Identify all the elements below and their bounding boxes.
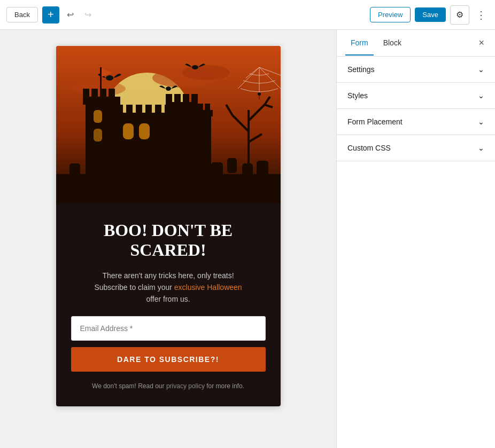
toolbar: Back + ↩ ↪ Preview Save ⚙ ⋮ [0, 0, 495, 30]
form-body: BOO! DON'T BE SCARED! There aren't any t… [56, 203, 281, 406]
privacy-policy-link[interactable]: privacy policy [166, 382, 205, 390]
toolbar-right: Preview Save ⚙ ⋮ [370, 5, 489, 25]
svg-point-5 [106, 75, 113, 81]
svg-rect-20 [126, 105, 133, 114]
svg-rect-29 [168, 105, 195, 185]
footer-text: We don't spam! Read our privacy policy f… [71, 381, 266, 391]
styles-chevron-icon: ⌄ [478, 91, 484, 100]
svg-rect-12 [100, 89, 106, 98]
custom-css-label: Custom CSS [347, 144, 391, 152]
form-desc-text2: Subscribe to claim your [94, 283, 172, 292]
svg-rect-13 [109, 89, 115, 98]
form-placement-label: Form Placement [347, 117, 403, 126]
svg-rect-42 [86, 161, 95, 176]
undo-button[interactable]: ↩ [64, 6, 77, 23]
panel-section-custom-css: Custom CSS ⌄ [337, 135, 495, 161]
undo-icon: ↩ [67, 10, 74, 20]
settings-label: Settings [347, 65, 375, 74]
right-panel: Form Block × Settings ⌄ Styles ⌄ Form Pl… [336, 30, 495, 448]
custom-css-section-header[interactable]: Custom CSS ⌄ [337, 135, 495, 161]
dots-icon: ⋮ [476, 9, 486, 21]
svg-rect-50 [212, 169, 219, 171]
svg-rect-41 [69, 163, 80, 179]
svg-point-7 [166, 87, 171, 91]
svg-rect-31 [166, 94, 172, 104]
plus-icon: + [48, 9, 54, 21]
svg-rect-14 [100, 67, 102, 90]
svg-rect-37 [191, 104, 196, 111]
form-description: There aren't any tricks here, only treat… [71, 270, 266, 305]
custom-css-chevron-icon: ⌄ [478, 144, 484, 152]
back-button[interactable]: Back [6, 7, 38, 22]
svg-rect-26 [139, 123, 150, 139]
main-area: BOO! DON'T BE SCARED! There aren't any t… [0, 30, 495, 448]
highlight-link[interactable]: exclusive Halloween [174, 283, 242, 292]
svg-rect-21 [136, 105, 142, 114]
svg-rect-38 [198, 104, 203, 111]
tab-block[interactable]: Block [378, 31, 407, 56]
svg-rect-28 [94, 129, 102, 142]
svg-rect-18 [107, 105, 113, 114]
redo-button[interactable]: ↪ [81, 6, 95, 23]
svg-rect-40 [56, 174, 281, 203]
panel-section-styles: Styles ⌄ [337, 83, 495, 109]
form-image [56, 46, 281, 203]
email-input[interactable] [71, 316, 266, 341]
svg-rect-39 [205, 104, 210, 111]
form-headline: BOO! DON'T BE SCARED! [71, 221, 266, 260]
svg-rect-32 [174, 94, 181, 104]
panel-close-button[interactable]: × [476, 35, 486, 51]
svg-rect-25 [123, 123, 134, 139]
form-card: BOO! DON'T BE SCARED! There aren't any t… [56, 46, 281, 406]
preview-button[interactable]: Preview [370, 7, 411, 22]
subscribe-button[interactable]: DARE TO SUBSCRIBE?! [71, 347, 266, 372]
form-desc-text3: offer from us. [146, 295, 190, 303]
svg-rect-52 [229, 164, 236, 167]
svg-point-6 [192, 65, 198, 69]
form-placement-chevron-icon: ⌄ [478, 117, 484, 126]
settings-section-header[interactable]: Settings ⌄ [337, 57, 495, 82]
gear-icon: ⚙ [456, 10, 463, 20]
save-button[interactable]: Save [415, 7, 446, 22]
svg-rect-23 [155, 105, 161, 114]
form-desc-text1: There aren't any tricks here, only treat… [102, 271, 234, 280]
svg-rect-33 [183, 94, 189, 104]
svg-rect-10 [83, 89, 89, 98]
footer-text2: for more info. [206, 382, 244, 390]
more-options-button[interactable]: ⋮ [474, 6, 489, 23]
svg-rect-35 [192, 113, 211, 185]
panel-section-form-placement: Form Placement ⌄ [337, 109, 495, 135]
form-placement-section-header[interactable]: Form Placement ⌄ [337, 109, 495, 135]
redo-icon: ↪ [84, 10, 91, 20]
styles-section-header[interactable]: Styles ⌄ [337, 83, 495, 108]
svg-rect-11 [91, 89, 98, 98]
svg-rect-48 [257, 168, 264, 170]
panel-tabs: Form Block × [337, 30, 495, 57]
svg-rect-34 [191, 94, 198, 104]
panel-section-settings: Settings ⌄ [337, 57, 495, 83]
settings-gear-button[interactable]: ⚙ [450, 5, 469, 25]
svg-point-3 [182, 65, 230, 80]
styles-label: Styles [347, 91, 368, 100]
footer-text1: We don't spam! Read our [92, 382, 164, 390]
svg-point-4 [72, 81, 126, 96]
svg-point-65 [258, 92, 261, 96]
toolbar-left: Back + ↩ ↪ [6, 6, 366, 23]
svg-rect-19 [117, 105, 123, 114]
svg-rect-22 [145, 105, 152, 114]
tab-form[interactable]: Form [345, 31, 374, 56]
add-block-button[interactable]: + [42, 6, 59, 23]
svg-rect-27 [94, 110, 102, 123]
canvas-area: BOO! DON'T BE SCARED! There aren't any t… [0, 30, 336, 448]
settings-chevron-icon: ⌄ [478, 65, 484, 74]
